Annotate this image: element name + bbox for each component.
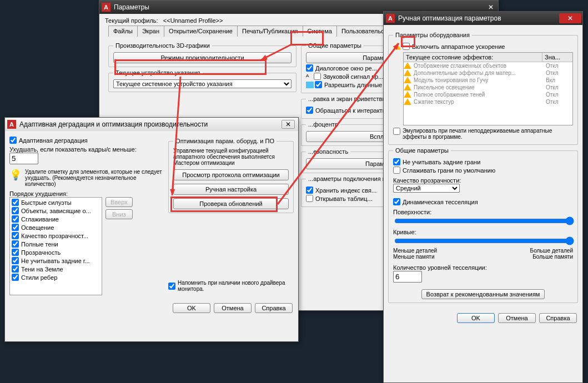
tess-spinner[interactable] xyxy=(393,271,422,283)
adaptive-footer: OK Отмена Справка xyxy=(5,300,298,316)
chk-backfaces[interactable] xyxy=(393,158,400,165)
degrad-item-label: Объекты, зависящие о... xyxy=(21,208,91,214)
warn-row-icon xyxy=(404,98,411,105)
group-hw-params: Параметры оборудования Включить аппаратн… xyxy=(388,32,578,145)
degrad-item-check[interactable] xyxy=(12,240,19,248)
manual-help[interactable]: Справка xyxy=(539,313,577,323)
degrad-item-check[interactable] xyxy=(12,257,19,264)
lbl-order: Порядок ухудшения: xyxy=(9,190,163,197)
lbl-opentables: Открывать таблиц... xyxy=(315,195,373,202)
btn-view-log[interactable]: Просмотр протокола оптимизации xyxy=(173,169,289,180)
titlebar-adaptive: A Адаптивная деградация и оптимизация пр… xyxy=(5,118,298,131)
adaptive-body: Адаптивная деградация Ухудшать, если пок… xyxy=(5,131,298,300)
warn-row-icon xyxy=(404,62,411,69)
degrad-item-label: Освещение xyxy=(21,224,54,231)
close-x[interactable]: ✕ xyxy=(488,3,494,11)
warn-row-icon xyxy=(404,77,411,83)
title-manual: Ручная оптимизация параметров xyxy=(398,14,501,22)
lbl-hwaccel: Включить аппаратное ускорение xyxy=(412,43,505,50)
degrad-list[interactable]: Быстрые силуэтыОбъекты, зависящие о...Сг… xyxy=(9,197,102,295)
degrad-item-check[interactable] xyxy=(12,224,19,231)
tab-plot[interactable]: Печать/Публикация xyxy=(237,26,303,37)
chk-store-index[interactable] xyxy=(306,187,313,194)
chk-interactive-help[interactable] xyxy=(306,107,313,114)
lbl-transq: Качество прозрачности: xyxy=(393,177,573,184)
effect-name: Пиксельное освещение xyxy=(413,84,545,91)
degrad-item-check[interactable] xyxy=(12,249,19,256)
degrad-item-label: Качество прозрачност... xyxy=(21,233,88,239)
adaptive-help[interactable]: Справка xyxy=(255,303,293,313)
lbl-surfaces: Поверхности: xyxy=(393,209,573,215)
chk-open-tables[interactable] xyxy=(306,195,313,202)
lbl-beep: Звуковой сигнал пр... xyxy=(323,73,383,80)
chk-longnames[interactable] xyxy=(315,81,322,88)
degrad-item-check[interactable] xyxy=(12,232,19,239)
legend-general: Общие параметры xyxy=(306,42,364,49)
manual-cancel[interactable]: Отмена xyxy=(498,313,536,323)
chk-remind-driver[interactable] xyxy=(168,283,175,290)
close-manual[interactable]: ✕ xyxy=(559,13,581,23)
degrad-item-check[interactable] xyxy=(12,199,19,206)
adaptive-cancel[interactable]: Отмена xyxy=(214,303,252,313)
lbl-backfaces: Не учитывать задние грани xyxy=(403,159,480,165)
legend-hw: Параметры оборудования xyxy=(393,32,472,38)
btn-perf-modes[interactable]: Режимы производительности xyxy=(113,52,292,63)
effect-name: Отображение сглаженных объектов xyxy=(413,62,545,69)
group-hwopt: Оптимизация парам. оборуд. и ПО Управлен… xyxy=(168,138,294,213)
chk-dyn-tess[interactable] xyxy=(393,198,400,205)
adaptive-right: Оптимизация парам. оборуд. и ПО Управлен… xyxy=(168,135,294,295)
lbl-remind: Напомнить при наличии нового драйвера мо… xyxy=(178,280,294,292)
degrad-item-label: Тени на Земле xyxy=(21,266,63,273)
lbl-longnames: Разрешить длинные ... xyxy=(324,82,389,88)
degrad-item-check[interactable] xyxy=(12,274,19,281)
col-effects: Текущее состояние эффектов: xyxy=(404,53,542,62)
pointing-select[interactable]: Текущее системное устройство указания xyxy=(113,79,292,88)
slider-curves[interactable] xyxy=(394,236,574,245)
btn-up[interactable]: Вверх xyxy=(105,197,133,207)
lbl-adaptive: Адаптивная деградация xyxy=(19,137,88,144)
window-manual: A Ручная оптимизация параметров ✕ Параме… xyxy=(383,11,583,383)
effect-name: Полное отображение теней xyxy=(413,91,545,98)
close-adaptive[interactable]: ✕ xyxy=(282,120,295,129)
degrad-item-check[interactable] xyxy=(12,265,19,273)
frame-spinner[interactable] xyxy=(9,153,38,164)
tab-opensave[interactable]: Открытие/Сохранение xyxy=(164,26,238,37)
title-adaptive: Адаптивная деградация и оптимизация прои… xyxy=(19,120,208,128)
tab-system[interactable]: Система xyxy=(303,26,337,37)
manual-ok[interactable]: OK xyxy=(457,313,495,323)
btn-manual-tune[interactable]: Ручная настройка xyxy=(173,184,289,195)
chk-adaptive-degrad[interactable] xyxy=(9,137,17,144)
lbl-smooth: Сглаживать грани по умолчанию xyxy=(403,167,495,174)
chk-emulate-print[interactable] xyxy=(393,128,400,135)
tab-files[interactable]: Файлы xyxy=(108,26,138,37)
manual-body: Параметры оборудования Включить аппаратн… xyxy=(384,25,582,310)
warn-row-icon xyxy=(404,84,411,90)
degrad-item-label: Полные тени xyxy=(21,241,58,248)
warn-icon xyxy=(393,43,401,50)
group-general-manual: Общие параметры Не учитывать задние гран… xyxy=(388,147,578,303)
legend-help: ...равка и экран приветстви... xyxy=(306,95,393,102)
chk-hw-accel[interactable] xyxy=(403,43,410,50)
group-3dperf: Производительность 3D-графики Режимы про… xyxy=(108,42,296,67)
lbl-emulate: Эмулировать при печати неподдерживаемые … xyxy=(403,128,573,140)
degrad-item-check[interactable] xyxy=(12,207,19,214)
btn-reset-defaults[interactable]: Возврат к рекомендованным значениям xyxy=(421,289,545,299)
warn-row-icon xyxy=(404,91,411,98)
profile-label: Текущий профиль: xyxy=(105,17,158,24)
chk-beep[interactable] xyxy=(314,73,321,80)
degrad-item-label: Быстрые силуэты xyxy=(21,199,72,206)
chk-smooth-faces[interactable] xyxy=(393,167,400,174)
lbl-dyntess: Динамическая тесселяция xyxy=(403,199,478,205)
tab-display[interactable]: Экран xyxy=(137,26,164,37)
adaptive-ok[interactable]: OK xyxy=(173,303,210,313)
transq-select[interactable]: Средний xyxy=(393,184,460,193)
effect-val: Откл xyxy=(545,84,572,91)
dwg-icon: A xyxy=(306,73,313,80)
slider-surfaces[interactable] xyxy=(394,216,574,225)
btn-check-updates[interactable]: Проверка обновлений xyxy=(173,198,289,209)
chk-ole-dialog[interactable] xyxy=(306,64,313,72)
degrad-item-check[interactable] xyxy=(12,215,19,223)
effects-list[interactable]: Текущее состояние эффектов: Зна... Отобр… xyxy=(403,52,573,125)
lbl-more-d: Больше деталей xyxy=(530,248,573,254)
btn-down[interactable]: Вниз xyxy=(105,209,133,219)
